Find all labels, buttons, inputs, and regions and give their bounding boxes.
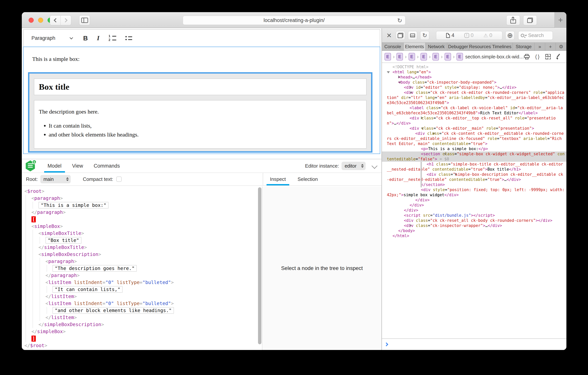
model-element-node[interactable]: <$root>: [22, 188, 257, 195]
paragraph-style-dropdown[interactable]: Paragraph: [32, 35, 55, 41]
dom-node[interactable]: </body>: [382, 228, 567, 233]
model-text-node[interactable]: "and other block elements like headings.…: [22, 307, 257, 314]
disclosure-collapsed-icon[interactable]: [392, 75, 398, 80]
box-description[interactable]: The description goes here. It can contai…: [34, 100, 367, 149]
model-element-node[interactable]: <paragraph>: [22, 195, 257, 202]
model-selection-marker[interactable]: [: [22, 216, 257, 223]
minimize-window-button[interactable]: [38, 18, 43, 23]
disclosure-collapsed-icon[interactable]: [404, 116, 410, 121]
tab-view[interactable]: View: [67, 159, 88, 173]
scrollbar-thumb[interactable]: [258, 187, 262, 344]
address-bar[interactable]: localhost/creating-a-plugin/ ↻: [183, 16, 405, 25]
model-element-node[interactable]: </listItem>: [22, 293, 257, 300]
element-picker-button[interactable]: ⊕: [505, 31, 514, 40]
description-paragraph[interactable]: The description goes here.: [39, 109, 366, 115]
element-badge[interactable]: E: [420, 53, 427, 60]
element-badge[interactable]: E: [432, 53, 439, 60]
close-devtools-button[interactable]: ✕: [385, 32, 393, 39]
model-element-node[interactable]: <simpleBoxTitle>: [22, 230, 257, 237]
dom-node[interactable]: <!DOCTYPE html>: [382, 65, 567, 70]
dom-node[interactable]: <div class="ck ck-reset_all ck-body ck-r…: [382, 218, 567, 223]
tab-model[interactable]: Model: [42, 159, 67, 173]
model-text-node[interactable]: "This is a simple box:": [22, 202, 257, 209]
dom-node[interactable]: <body class="ck-inspector-body-expanded"…: [382, 80, 567, 85]
dom-node[interactable]: <div class="ck ck-reset ck-editor ck-rou…: [382, 90, 567, 105]
source-code-icon[interactable]: ⟨⟩: [535, 54, 540, 60]
model-selection-marker[interactable]: ]: [22, 335, 257, 342]
dom-node[interactable]: <h1 class="simple-box-title ck-editor__e…: [382, 162, 567, 172]
model-tree-scrollbar[interactable]: [257, 187, 262, 350]
model-element-node[interactable]: <listItem listIndent="0" listType="bulle…: [22, 279, 257, 286]
new-tab-button[interactable]: +: [555, 12, 567, 28]
page-count-badge[interactable]: 4: [446, 33, 454, 38]
devtools-tab-network[interactable]: Network: [425, 43, 447, 51]
dom-node[interactable]: <label class="ck ck-label ck-voice-label…: [382, 105, 567, 116]
bold-button[interactable]: B: [83, 34, 88, 42]
detach-devtools-button[interactable]: [396, 31, 405, 40]
disclosure-expanded-icon[interactable]: [387, 70, 392, 75]
page-status-group[interactable]: 4 !0 ⚠0: [436, 31, 502, 40]
dom-node[interactable]: </div>: [382, 203, 567, 208]
dom-node[interactable]: <div class="ck-inspector-wrapper">…</div…: [382, 223, 567, 228]
disclosure-collapsed-icon[interactable]: [398, 85, 404, 90]
compact-text-checkbox[interactable]: [116, 176, 122, 182]
model-text-node[interactable]: "Box title": [22, 237, 257, 244]
model-text-node[interactable]: "The description goes here.": [22, 265, 257, 272]
dom-node[interactable]: <div class="simple-box-description ck-ed…: [382, 172, 567, 182]
chevron-down-icon[interactable]: [70, 36, 73, 39]
close-window-button[interactable]: [29, 18, 34, 23]
error-count-badge[interactable]: !0: [464, 33, 473, 38]
root-select[interactable]: main: [40, 175, 71, 183]
sidebar-toggle-button[interactable]: [79, 15, 90, 25]
numbered-list-button[interactable]: 1 2: [109, 35, 116, 41]
model-element-node[interactable]: </simpleBoxDescription>: [22, 321, 257, 328]
model-element-node[interactable]: <paragraph>: [22, 258, 257, 265]
devtools-tab-console[interactable]: Console: [382, 43, 404, 51]
tab-commands[interactable]: Commands: [88, 159, 125, 173]
dom-node[interactable]: <div style="position: fixed; top: 0px; l…: [382, 187, 567, 198]
model-tree[interactable]: <$root><paragraph>"This is a simple box:…: [22, 187, 257, 350]
devtools-tab-debugger[interactable]: Debugger: [447, 43, 469, 51]
disclosure-expanded-icon[interactable]: [392, 80, 398, 85]
tabs-overview-button[interactable]: [523, 15, 537, 25]
share-button[interactable]: [506, 15, 520, 25]
dom-tree[interactable]: <!DOCTYPE html><html lang="en"><head>…</…: [382, 63, 567, 338]
element-badge[interactable]: E: [397, 53, 403, 60]
dom-node[interactable]: </html>: [382, 233, 567, 239]
dom-node[interactable]: <html lang="en">: [382, 70, 567, 75]
reload-icon[interactable]: ↻: [397, 17, 402, 24]
tab-selection[interactable]: Selection: [293, 173, 323, 185]
settings-gear-button[interactable]: ⚙: [556, 43, 567, 51]
dom-node[interactable]: <script src="dist/bundle.js"></script>: [382, 213, 567, 218]
model-element-node[interactable]: </paragraph>: [22, 209, 257, 216]
editor-instance-select[interactable]: editor: [342, 162, 366, 170]
overflow-tabs-button[interactable]: »: [535, 43, 545, 51]
element-badge-selected[interactable]: E: [457, 53, 463, 60]
box-title[interactable]: Box title: [34, 78, 367, 95]
devtools-tab-resources[interactable]: Resources: [469, 43, 491, 51]
disclosure-expanded-icon[interactable]: [415, 152, 421, 157]
bulleted-list-button[interactable]: [126, 36, 132, 40]
dom-node[interactable]: <div class="ck ck-editor__main" role="pr…: [382, 126, 567, 131]
dock-side-button[interactable]: [408, 31, 417, 40]
console-prompt[interactable]: [382, 338, 567, 350]
model-element-node[interactable]: </simpleBoxTitle>: [22, 244, 257, 251]
styles-brush-icon[interactable]: [556, 54, 562, 60]
model-element-node[interactable]: <listItem listIndent="0" listType="bulle…: [22, 300, 257, 307]
model-element-node[interactable]: <simpleBoxDescription>: [22, 251, 257, 258]
warning-count-badge[interactable]: ⚠0: [483, 33, 492, 38]
simple-box-widget[interactable]: Box title The description goes here. It …: [28, 72, 372, 153]
disclosure-collapsed-icon[interactable]: [398, 223, 404, 228]
tab-inspect[interactable]: Inspect: [265, 173, 291, 185]
grid-overlay-icon[interactable]: [545, 54, 551, 59]
add-tab-button[interactable]: +: [545, 43, 556, 51]
forward-button[interactable]: [60, 15, 71, 25]
devtools-tab-storage[interactable]: Storage: [513, 43, 535, 51]
reload-page-button[interactable]: ↻: [420, 31, 429, 40]
dom-node[interactable]: <head>…</head>: [382, 75, 567, 80]
disclosure-expanded-icon[interactable]: [410, 131, 415, 136]
list-item[interactable]: and other block elements like headings.: [49, 131, 366, 138]
disclosure-expanded-icon[interactable]: [404, 126, 410, 131]
model-element-node[interactable]: </simpleBox>: [22, 328, 257, 335]
dom-node[interactable]: <div id="editor" style="display: none;">…: [382, 85, 567, 90]
